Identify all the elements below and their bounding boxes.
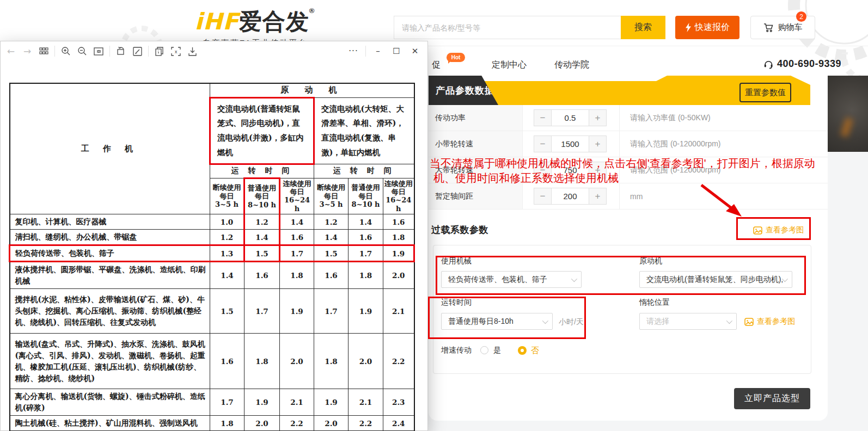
minus-button[interactable]: − bbox=[534, 188, 551, 204]
table-row: 陶土机械(硅、粘土搅拌)、矿山用混料机、强制送风机 1.8 2.0 2.2 2.… bbox=[10, 416, 414, 431]
annotation-arrow bbox=[692, 183, 751, 221]
plus-button[interactable]: + bbox=[589, 136, 606, 152]
annotation-line-1: 当不清楚属于哪种使用机械的时候，点击右侧'查看参考图'，打开图片，根据原动 bbox=[430, 156, 815, 171]
photo-highlight bbox=[840, 118, 853, 138]
parameter-panel: 产品参数数据 重置参数值 传动功率 − 0.5 + 请输入功率值 (0-50KW… bbox=[429, 76, 828, 421]
logo-registered-mark: ® bbox=[309, 7, 315, 15]
runtime-select[interactable]: 普通使用每日8-10h bbox=[441, 313, 553, 330]
small-pulley-stepper: − 1500 + bbox=[534, 136, 607, 152]
chevron-down-icon bbox=[726, 318, 732, 324]
edit-icon[interactable] bbox=[129, 43, 145, 59]
usage-header: 断续使用每日3~5 h bbox=[314, 178, 349, 214]
cart-icon bbox=[763, 23, 774, 33]
see-more-icon[interactable]: ··· bbox=[344, 41, 363, 61]
nav-item-custom-center[interactable]: 定制中心 bbox=[492, 59, 527, 71]
runtime-header-left: 运 转 时 间 bbox=[210, 164, 314, 178]
usage-header: 断续使用每日3~5 h bbox=[210, 178, 244, 214]
picture-icon bbox=[744, 318, 754, 326]
param-label: 传动功率 bbox=[429, 105, 523, 131]
reset-params-button[interactable]: 重置参数值 bbox=[739, 83, 791, 102]
speedup-no-label[interactable]: 否 bbox=[531, 346, 539, 356]
idler-field-label: 惰轮位置 bbox=[639, 298, 670, 307]
overload-section-title: 过载系数参数 bbox=[431, 224, 488, 236]
zoom-out-icon[interactable] bbox=[74, 43, 90, 59]
chevron-down-icon bbox=[571, 276, 577, 282]
prime-mover-type-a: 交流电动机(普通转矩鼠笼式、同步电动机)，直流电动机(并激)，多缸内燃机 bbox=[210, 97, 314, 164]
plus-button[interactable]: + bbox=[589, 110, 606, 126]
param-hint: 请输入范围 (0-120000rpm) bbox=[630, 131, 721, 157]
small-pulley-value[interactable]: 1500 bbox=[551, 136, 589, 152]
runtime-field-label: 运转时间 bbox=[441, 298, 472, 307]
hot-badge: Hot bbox=[447, 53, 465, 62]
minus-button[interactable]: − bbox=[534, 110, 551, 126]
axle-distance-stepper: − 200 + bbox=[534, 188, 607, 205]
rotate-icon[interactable] bbox=[113, 43, 129, 59]
minus-button[interactable]: − bbox=[534, 136, 551, 152]
speedup-no-radio[interactable] bbox=[518, 346, 527, 355]
actual-size-icon[interactable] bbox=[90, 43, 107, 59]
machine-field-label: 使用机械 bbox=[441, 256, 472, 266]
prime-mover-select[interactable]: 交流电动机(普通转矩鼠笼、同步电动机), bbox=[639, 271, 792, 288]
param-row-power: 传动功率 − 0.5 + 请输入功率值 (0-50KW) bbox=[429, 105, 828, 131]
overload-panel bbox=[433, 245, 811, 374]
param-hint: mm bbox=[630, 183, 643, 209]
search-box bbox=[394, 16, 621, 39]
machine-select[interactable]: 轻负荷传送带、包装机、筛子 bbox=[441, 271, 582, 288]
column-divider bbox=[619, 183, 620, 209]
axle-distance-value[interactable]: 200 bbox=[551, 188, 589, 204]
speedup-yes-label[interactable]: 是 bbox=[493, 346, 501, 355]
gallery-grid-icon[interactable] bbox=[35, 43, 52, 59]
table-row: 离心分离机、输送机(货物、螺旋)、锤击式粉碎机、造纸机(碎浆) 1.7 1.9 … bbox=[10, 389, 414, 416]
close-icon[interactable]: ✕ bbox=[406, 41, 424, 61]
back-icon[interactable]: ← bbox=[3, 43, 19, 59]
idler-select[interactable]: 请选择 bbox=[639, 313, 737, 330]
table-row: 清扫机、缝纫机、办公机械、带锯盘 1.2 1.4 1.6 1.4 1.6 1.8 bbox=[10, 230, 414, 245]
side-product-photo bbox=[828, 76, 868, 152]
param-hint: 请输入功率值 (0-50KW) bbox=[630, 105, 711, 131]
nav-item-drive-academy[interactable]: 传动学院 bbox=[554, 59, 589, 71]
power-value[interactable]: 0.5 bbox=[551, 110, 589, 126]
save-icon[interactable] bbox=[184, 43, 200, 59]
work-machine-header: 工 作 机 bbox=[10, 83, 210, 214]
table-row: 搅拌机(水泥、粘性体)、皮带输送机(矿石、煤、砂)、牛头刨床、挖掘机、离心压缩机… bbox=[10, 289, 414, 334]
idler-view-reference-link[interactable]: 查看参考图 bbox=[744, 317, 795, 327]
forward-icon[interactable]: → bbox=[19, 43, 35, 59]
column-divider bbox=[619, 131, 620, 157]
runtime-unit: 小时/天 bbox=[559, 317, 584, 327]
annotation-line-2: 机、使用时间和修正系数选择使用机械 bbox=[433, 171, 619, 186]
image-viewer-window: ← → bbox=[0, 41, 428, 431]
service-phone: 400-690-9339 bbox=[763, 58, 841, 70]
speedup-yes-radio[interactable] bbox=[480, 346, 488, 354]
copy-icon[interactable] bbox=[151, 43, 168, 59]
panel-header-flag: 产品参数数据 bbox=[429, 76, 498, 105]
search-button[interactable]: 搜索 bbox=[621, 16, 665, 39]
usage-header: 连续使用每日16~24 h bbox=[280, 178, 314, 214]
param-row-axle-distance: 暂定轴间距 − 200 + mm bbox=[429, 183, 828, 210]
toolbar-divider bbox=[148, 46, 149, 57]
text-extract-icon[interactable]: x bbox=[168, 43, 184, 59]
speedup-field-label: 增速传动 bbox=[441, 346, 472, 355]
plus-button[interactable]: + bbox=[589, 188, 606, 204]
headset-icon bbox=[763, 59, 773, 69]
nav-item-promo[interactable]: 促 bbox=[432, 59, 441, 71]
maximize-icon[interactable]: ☐ bbox=[387, 41, 406, 61]
quick-quote-button[interactable]: 快速报价 bbox=[675, 16, 739, 39]
start-selection-button[interactable]: 立即产品选型 bbox=[734, 388, 810, 409]
runtime-header-right: 运 转 时 间 bbox=[314, 164, 414, 178]
table-row-highlighted: 轻负荷传送带、包装机、筛子 1.3 1.5 1.7 1.5 1.7 1.9 bbox=[10, 245, 414, 262]
table-row: 复印机、计算机、医疗器械 1.0 1.2 1.4 1.2 1.4 1.6 bbox=[10, 214, 414, 230]
param-row-small-pulley: 小带轮转速 − 1500 + 请输入范围 (0-120000rpm) bbox=[429, 131, 828, 157]
prime-mover-header: 原 动 机 bbox=[210, 83, 414, 97]
titlebar-divider bbox=[365, 46, 366, 57]
param-label: 小带轮转速 bbox=[429, 131, 523, 157]
logo-name-text: 爱合发 bbox=[239, 9, 309, 34]
view-reference-link[interactable]: 查看参考图 bbox=[753, 225, 804, 235]
search-input[interactable] bbox=[394, 23, 621, 32]
power-stepper: − 0.5 + bbox=[534, 109, 607, 126]
minimize-icon[interactable]: – bbox=[369, 41, 387, 61]
prime-mover-type-b: 交流电动机(大转矩、大滑差率、单相、滑环)，直流电动机(复激、串激)，单缸内燃机 bbox=[314, 97, 414, 164]
viewer-titlebar: ← → bbox=[1, 41, 427, 61]
table-row: 输送机(盘式、吊式、升降式)、抽水泵、洗涤机、鼓风机(离心式、引风、排风)、发动… bbox=[10, 334, 414, 389]
zoom-in-icon[interactable] bbox=[58, 43, 74, 59]
site-header: iHF爱合发® 自产直营FA工业传动平台 搜索 快速报价 购物车 2 bbox=[0, 0, 868, 46]
